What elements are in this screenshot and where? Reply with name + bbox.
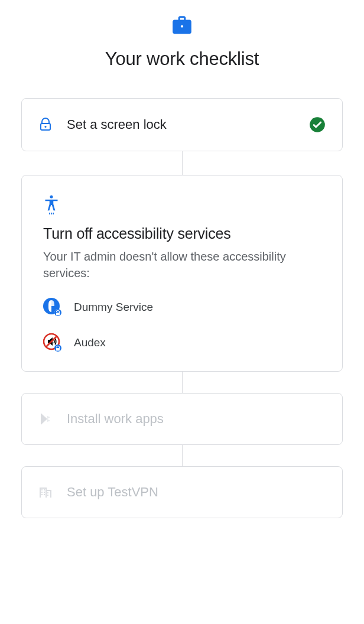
checklist-item-label: Set a screen lock [67,117,309,132]
svg-rect-18 [41,492,43,493]
svg-point-0 [181,25,183,28]
svg-rect-6 [51,213,52,214]
svg-rect-19 [44,492,45,493]
checklist-item-install-apps: Install work apps [21,393,343,445]
svg-rect-22 [47,492,48,493]
audex-icon [43,333,62,352]
checklist-item-accessibility[interactable]: Turn off accessibility services Your IT … [21,175,343,372]
service-name: Dummy Service [74,301,153,314]
svg-rect-21 [44,494,45,495]
checklist-item-subtitle: Your IT admin doesn't allow these access… [43,248,321,281]
checklist-item-title: Turn off accessibility services [43,225,321,242]
svg-rect-20 [41,494,43,495]
service-row: Dummy Service [43,298,321,317]
accessibility-icon [43,194,60,211]
dummy-service-icon [43,298,62,317]
check-circle-icon [309,116,326,133]
svg-rect-23 [47,495,48,496]
connector-line [182,151,183,175]
page-title: Your work checklist [21,48,343,70]
connector-line [182,445,183,466]
svg-rect-5 [49,213,50,214]
checklist-item-label: Set up TestVPN [67,485,326,500]
svg-rect-7 [53,213,54,214]
briefcase-icon [170,14,194,39]
service-name: Audex [74,336,106,349]
checklist-item-setup-vpn: Set up TestVPN [21,466,343,518]
connector-line [182,372,183,393]
svg-point-2 [44,126,46,128]
svg-rect-16 [41,489,43,490]
service-row: Audex [43,333,321,352]
header: Your work checklist [21,0,343,70]
svg-rect-11 [56,313,60,316]
building-icon [38,485,53,499]
svg-rect-15 [56,348,60,351]
svg-rect-17 [44,489,45,490]
lock-icon [38,118,53,132]
play-store-icon [38,412,53,426]
svg-point-4 [50,195,53,198]
checklist-item-label: Install work apps [67,411,326,427]
checklist-item-screen-lock[interactable]: Set a screen lock [21,98,343,151]
